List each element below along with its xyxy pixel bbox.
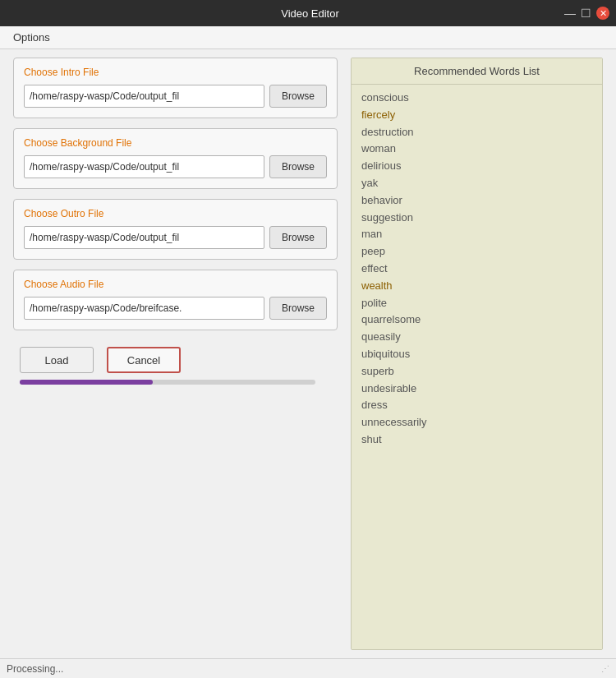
background-file-section: Choose Background File Browse [13, 128, 338, 189]
main-content: Choose Intro File Browse Choose Backgrou… [0, 49, 616, 658]
list-item: man [361, 226, 592, 243]
list-item: woman [361, 141, 592, 158]
list-item: dress [361, 397, 592, 414]
list-item: unnecessarily [361, 414, 592, 431]
list-item: shut [361, 431, 592, 449]
bg-label-prefix: Choose [24, 137, 61, 149]
resize-handle: ⋰ [601, 664, 609, 673]
audio-file-row: Browse [24, 297, 327, 320]
list-item: superb [361, 363, 592, 381]
list-item: yak [361, 175, 592, 192]
list-item: undesirable [361, 381, 592, 398]
background-file-label: Choose Background File [24, 137, 327, 149]
outro-file-section: Choose Outro File Browse [13, 199, 338, 260]
intro-browse-button[interactable]: Browse [269, 85, 327, 108]
status-bar: Processing... ⋰ [0, 658, 616, 678]
outro-file-input[interactable] [24, 226, 264, 249]
audio-file-label: Choose Audio File [24, 279, 327, 290]
intro-file-row: Browse [24, 85, 327, 108]
words-list-container: Recommended Words List consciousfiercely… [351, 58, 603, 650]
menu-bar: Options [0, 26, 616, 49]
action-buttons: Load Cancel [13, 347, 338, 373]
options-menu[interactable]: Options [7, 28, 57, 47]
background-file-input[interactable] [24, 155, 264, 178]
cancel-button[interactable]: Cancel [107, 347, 181, 373]
list-item: delirious [361, 158, 592, 175]
audio-label-prefix: Choose [24, 279, 60, 290]
outro-label-bold: Outro File [61, 208, 104, 219]
outro-file-row: Browse [24, 226, 327, 249]
list-item: destruction [361, 124, 592, 141]
background-file-row: Browse [24, 155, 327, 178]
outro-file-label: Choose Outro File [24, 208, 327, 219]
intro-label-bold: Intro File [61, 67, 99, 78]
intro-file-label: Choose Intro File [24, 67, 327, 78]
bg-label-bold: Background File [61, 137, 132, 149]
list-item: suggestion [361, 210, 592, 227]
background-browse-button[interactable]: Browse [269, 155, 327, 178]
intro-label-prefix: Choose [24, 67, 61, 78]
progress-track [20, 380, 315, 385]
maximize-button[interactable]: ☐ [581, 7, 591, 20]
outro-browse-button[interactable]: Browse [269, 226, 327, 249]
list-item: effect [361, 261, 592, 278]
window-controls: — ☐ ✕ [564, 7, 609, 20]
list-item: quarrelsome [361, 311, 592, 329]
intro-file-section: Choose Intro File Browse [13, 58, 338, 118]
load-button[interactable]: Load [20, 347, 94, 373]
intro-file-input[interactable] [24, 85, 264, 108]
words-list-header: Recommended Words List [352, 58, 602, 85]
list-item: fiercely [361, 107, 592, 124]
list-item: polite [361, 295, 592, 312]
list-item: ubiquitous [361, 346, 592, 363]
title-bar: Video Editor — ☐ ✕ [0, 0, 616, 26]
words-list-body: consciousfiercelydestructionwomandelirio… [352, 85, 602, 649]
list-item: conscious [361, 90, 592, 107]
list-item: wealth [361, 278, 592, 295]
progress-fill [20, 380, 153, 385]
audio-file-input[interactable] [24, 297, 264, 320]
list-item: queasily [361, 329, 592, 346]
list-item: peep [361, 243, 592, 261]
audio-file-section: Choose Audio File Browse [13, 270, 338, 330]
minimize-button[interactable]: — [564, 7, 576, 20]
processing-status: Processing... [7, 663, 63, 675]
audio-label-bold: Audio File [60, 279, 103, 290]
close-button[interactable]: ✕ [596, 7, 609, 20]
left-panel: Choose Intro File Browse Choose Backgrou… [13, 58, 338, 650]
progress-area [13, 380, 338, 385]
audio-browse-button[interactable]: Browse [269, 297, 327, 320]
list-item: behavior [361, 192, 592, 210]
window-title: Video Editor [56, 7, 564, 20]
outro-label-prefix: Choose [24, 208, 61, 219]
right-panel: Recommended Words List consciousfiercely… [351, 58, 603, 650]
